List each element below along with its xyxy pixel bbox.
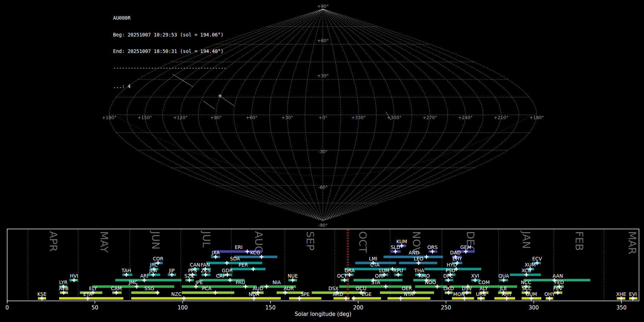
shower-label: CTA xyxy=(370,262,380,268)
latitude-label: -90° xyxy=(318,223,328,228)
latitude-label: -60° xyxy=(318,185,328,190)
shower-label: SDA xyxy=(230,256,240,262)
shower-label: KUM xyxy=(396,239,407,244)
shower-label: XVI xyxy=(471,273,479,279)
longitude-label: +120° xyxy=(173,115,188,120)
longitude-label: +330° xyxy=(351,115,366,120)
shower-label: ALY xyxy=(479,286,488,291)
shower-peak-marker xyxy=(62,291,65,295)
shower-peak-marker xyxy=(505,297,509,301)
longitude-label: +180° xyxy=(530,115,544,120)
shower-label: AUD xyxy=(253,286,263,291)
shower-label: EGE xyxy=(362,291,372,297)
shower-label: GDR xyxy=(222,268,233,273)
shower-label: AVB xyxy=(59,286,69,291)
shower-label: URS xyxy=(476,291,486,297)
shower-peak-marker xyxy=(394,250,397,254)
shower-label: EVI xyxy=(629,291,637,297)
shower-label: ELY xyxy=(89,286,97,291)
shower-label: LYR xyxy=(59,279,67,285)
shower-bar xyxy=(352,297,381,300)
x-axis-title: Solar longitude (deg) xyxy=(0,311,644,317)
shower-peak-marker xyxy=(384,285,388,289)
shower-label: GUM xyxy=(526,291,537,297)
shower-peak-marker xyxy=(463,297,467,301)
shower-bar xyxy=(231,268,265,270)
shower-label: THA xyxy=(414,268,424,273)
shower-label: NUE xyxy=(288,273,298,279)
shower-peak-marker xyxy=(170,273,174,277)
shower-peak-marker xyxy=(225,273,229,277)
shower-peak-marker xyxy=(291,278,295,282)
shower-peak-marker xyxy=(479,297,483,301)
shower-label: FEV xyxy=(553,286,562,291)
shower-label: ORS xyxy=(427,244,438,250)
shower-peak-marker xyxy=(259,255,263,259)
x-tick-label: 350 xyxy=(616,304,627,311)
shower-label: ECV xyxy=(532,256,542,262)
month-label: MAY xyxy=(98,231,110,253)
shower-label: AND xyxy=(409,250,419,255)
shower-peak-marker xyxy=(187,278,191,282)
shower-peak-marker xyxy=(135,285,139,289)
plot-canvas: +90°+60°+30°-30°-60°-90°+180°+150°+120°+… xyxy=(0,0,644,322)
shower-bar xyxy=(206,262,262,264)
shower-label: TAH xyxy=(121,268,131,273)
longitude-label: +150° xyxy=(137,115,152,120)
shower-label: HVI xyxy=(70,273,78,279)
shower-peak-marker xyxy=(214,255,218,259)
shower-label: JLE xyxy=(499,286,507,291)
shower-peak-marker xyxy=(396,273,400,277)
shower-label: NCC xyxy=(521,279,531,285)
shower-peak-marker xyxy=(416,261,420,265)
shower-label: OER xyxy=(402,286,412,291)
shower-peak-marker xyxy=(631,297,635,301)
longitude-label: +300° xyxy=(387,115,401,120)
shower-label: KCG xyxy=(250,250,260,255)
latitude-label: +60° xyxy=(317,38,329,43)
meteor-trail xyxy=(172,74,193,87)
shower-bar xyxy=(131,292,159,294)
month-label: OCT xyxy=(357,231,369,253)
shower-label: PPS xyxy=(188,268,197,273)
shower-peak-marker xyxy=(297,297,301,301)
shower-label: NIA xyxy=(272,279,281,285)
shower-peak-marker xyxy=(204,273,208,277)
shower-label: JIP xyxy=(169,268,175,273)
shower-bar xyxy=(92,286,174,288)
shower-peak-marker xyxy=(125,273,128,277)
shower-label: OCT xyxy=(337,273,347,279)
x-tick-label: 200 xyxy=(353,304,364,311)
latitude-label: +30° xyxy=(317,73,329,78)
shower-peak-marker xyxy=(342,278,346,282)
month-label: JAN xyxy=(520,230,532,249)
shower-peak-marker xyxy=(473,278,477,282)
shower-bar xyxy=(234,256,277,258)
shower-label: JXA xyxy=(211,250,220,255)
shower-peak-marker xyxy=(556,291,560,295)
shower-peak-marker xyxy=(114,291,118,295)
shower-label: EHY xyxy=(452,256,462,262)
shower-bar xyxy=(115,279,181,282)
shower-label: LMI xyxy=(369,256,377,262)
shower-peak-marker xyxy=(430,250,434,254)
shower-label: AMO xyxy=(419,273,430,279)
shower-label: DSV xyxy=(462,286,472,291)
shower-peak-marker xyxy=(446,278,450,282)
shower-peak-marker xyxy=(142,278,146,282)
meteor-trail xyxy=(221,97,234,106)
shower-peak-marker xyxy=(425,255,429,259)
x-tick-label: 50 xyxy=(92,304,98,311)
shower-label: NDA xyxy=(249,291,259,297)
shower-label: CAM xyxy=(111,286,122,291)
shower-peak-marker xyxy=(86,297,90,301)
shower-bar xyxy=(277,292,303,294)
shower-peak-marker xyxy=(529,297,533,301)
shower-label: COM xyxy=(478,279,490,285)
shower-label: ZCS xyxy=(201,268,210,273)
shower-label: SLD xyxy=(391,244,400,250)
shower-peak-marker xyxy=(619,297,623,301)
x-tick-label: 250 xyxy=(441,304,451,311)
shower-label: XCB xyxy=(522,268,531,273)
shower-label: PSU xyxy=(445,268,455,273)
